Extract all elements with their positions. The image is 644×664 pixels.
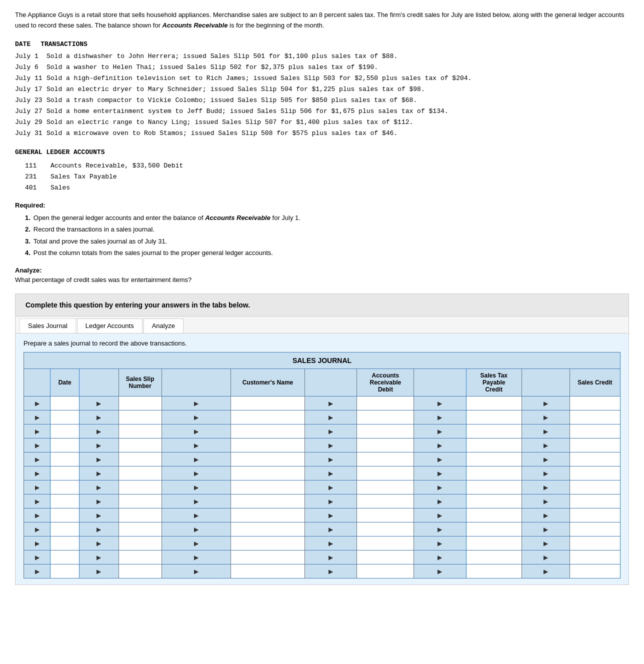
cell-customer-3[interactable] bbox=[230, 438, 304, 452]
cell-slip-9[interactable] bbox=[118, 522, 162, 536]
cell-ar-12[interactable] bbox=[357, 564, 414, 578]
row-pointer-customer: ▶ bbox=[162, 564, 230, 578]
cell-date-2[interactable] bbox=[50, 424, 79, 438]
cell-sales-11[interactable] bbox=[570, 550, 620, 564]
general-ledger-section: GENERAL LEDGER ACCOUNTS 111 Accounts Rec… bbox=[15, 147, 629, 193]
cell-ar-4[interactable] bbox=[357, 452, 414, 466]
cell-sales-0[interactable] bbox=[570, 396, 620, 410]
cell-tax-5[interactable] bbox=[466, 466, 522, 480]
cell-date-4[interactable] bbox=[50, 452, 79, 466]
row-pointer-slip: ▶ bbox=[79, 564, 118, 578]
cell-ar-10[interactable] bbox=[357, 536, 414, 550]
cell-ar-2[interactable] bbox=[357, 424, 414, 438]
cell-customer-0[interactable] bbox=[230, 396, 304, 410]
cell-customer-7[interactable] bbox=[230, 494, 304, 508]
cell-customer-12[interactable] bbox=[230, 564, 304, 578]
cell-sales-2[interactable] bbox=[570, 424, 620, 438]
row-pointer-slip: ▶ bbox=[79, 438, 118, 452]
cell-sales-1[interactable] bbox=[570, 410, 620, 424]
cell-tax-9[interactable] bbox=[466, 522, 522, 536]
cell-customer-1[interactable] bbox=[230, 410, 304, 424]
cell-ar-7[interactable] bbox=[357, 494, 414, 508]
cell-sales-5[interactable] bbox=[570, 466, 620, 480]
row-pointer-date: ▶ bbox=[24, 508, 50, 522]
required-item-4: 4. Post the column totals from the sales… bbox=[25, 247, 629, 258]
cell-ar-8[interactable] bbox=[357, 508, 414, 522]
tab-ledger-accounts[interactable]: Ledger Accounts bbox=[77, 318, 142, 333]
cell-ar-11[interactable] bbox=[357, 550, 414, 564]
tab-sales-journal[interactable]: Sales Journal bbox=[20, 318, 76, 333]
cell-sales-6[interactable] bbox=[570, 480, 620, 494]
row-pointer-date: ▶ bbox=[24, 564, 50, 578]
cell-slip-5[interactable] bbox=[118, 466, 162, 480]
row-pointer-customer: ▶ bbox=[162, 410, 230, 424]
cell-date-10[interactable] bbox=[50, 536, 79, 550]
cell-customer-5[interactable] bbox=[230, 466, 304, 480]
cell-sales-8[interactable] bbox=[570, 508, 620, 522]
row-pointer-slip: ▶ bbox=[79, 494, 118, 508]
cell-customer-9[interactable] bbox=[230, 522, 304, 536]
cell-date-11[interactable] bbox=[50, 550, 79, 564]
cell-customer-8[interactable] bbox=[230, 508, 304, 522]
row-pointer-tax: ▶ bbox=[414, 522, 466, 536]
row-pointer-customer: ▶ bbox=[162, 508, 230, 522]
cell-slip-11[interactable] bbox=[118, 550, 162, 564]
cell-tax-10[interactable] bbox=[466, 536, 522, 550]
cell-ar-0[interactable] bbox=[357, 396, 414, 410]
cell-slip-4[interactable] bbox=[118, 452, 162, 466]
cell-customer-6[interactable] bbox=[230, 480, 304, 494]
cell-date-5[interactable] bbox=[50, 466, 79, 480]
cell-tax-12[interactable] bbox=[466, 564, 522, 578]
cell-date-3[interactable] bbox=[50, 438, 79, 452]
cell-ar-1[interactable] bbox=[357, 410, 414, 424]
cell-customer-2[interactable] bbox=[230, 424, 304, 438]
cell-tax-8[interactable] bbox=[466, 508, 522, 522]
cell-date-8[interactable] bbox=[50, 508, 79, 522]
cell-date-6[interactable] bbox=[50, 480, 79, 494]
cell-date-1[interactable] bbox=[50, 410, 79, 424]
row-pointer-sales: ▶ bbox=[522, 494, 570, 508]
cell-customer-4[interactable] bbox=[230, 452, 304, 466]
sales-journal-table: Date Sales SlipNumber Customer's Name Ac… bbox=[24, 368, 620, 578]
ledger-accounts-list: 111 Accounts Receivable, $33,500 Debit 2… bbox=[25, 160, 629, 194]
cell-slip-3[interactable] bbox=[118, 438, 162, 452]
cell-slip-1[interactable] bbox=[118, 410, 162, 424]
row-pointer-tax: ▶ bbox=[414, 480, 466, 494]
cell-tax-6[interactable] bbox=[466, 480, 522, 494]
cell-ar-6[interactable] bbox=[357, 480, 414, 494]
cell-customer-11[interactable] bbox=[230, 550, 304, 564]
cell-tax-1[interactable] bbox=[466, 410, 522, 424]
cell-date-7[interactable] bbox=[50, 494, 79, 508]
cell-tax-0[interactable] bbox=[466, 396, 522, 410]
cell-sales-10[interactable] bbox=[570, 536, 620, 550]
cell-slip-8[interactable] bbox=[118, 508, 162, 522]
cell-slip-12[interactable] bbox=[118, 564, 162, 578]
th-pointer bbox=[24, 369, 50, 396]
tab-analyze[interactable]: Analyze bbox=[144, 318, 184, 333]
row-pointer-tax: ▶ bbox=[414, 466, 466, 480]
cell-slip-7[interactable] bbox=[118, 494, 162, 508]
cell-tax-2[interactable] bbox=[466, 424, 522, 438]
cell-ar-5[interactable] bbox=[357, 466, 414, 480]
cell-sales-4[interactable] bbox=[570, 452, 620, 466]
cell-sales-9[interactable] bbox=[570, 522, 620, 536]
cell-tax-3[interactable] bbox=[466, 438, 522, 452]
cell-sales-12[interactable] bbox=[570, 564, 620, 578]
cell-ar-3[interactable] bbox=[357, 438, 414, 452]
cell-slip-2[interactable] bbox=[118, 424, 162, 438]
cell-date-12[interactable] bbox=[50, 564, 79, 578]
cell-tax-7[interactable] bbox=[466, 494, 522, 508]
cell-customer-10[interactable] bbox=[230, 536, 304, 550]
cell-tax-4[interactable] bbox=[466, 452, 522, 466]
row-pointer-customer: ▶ bbox=[162, 452, 230, 466]
cell-slip-10[interactable] bbox=[118, 536, 162, 550]
cell-tax-11[interactable] bbox=[466, 550, 522, 564]
cell-sales-3[interactable] bbox=[570, 438, 620, 452]
cell-sales-7[interactable] bbox=[570, 494, 620, 508]
cell-date-0[interactable] bbox=[50, 396, 79, 410]
row-pointer-slip: ▶ bbox=[79, 480, 118, 494]
cell-slip-0[interactable] bbox=[118, 396, 162, 410]
cell-ar-9[interactable] bbox=[357, 522, 414, 536]
cell-slip-6[interactable] bbox=[118, 480, 162, 494]
cell-date-9[interactable] bbox=[50, 522, 79, 536]
